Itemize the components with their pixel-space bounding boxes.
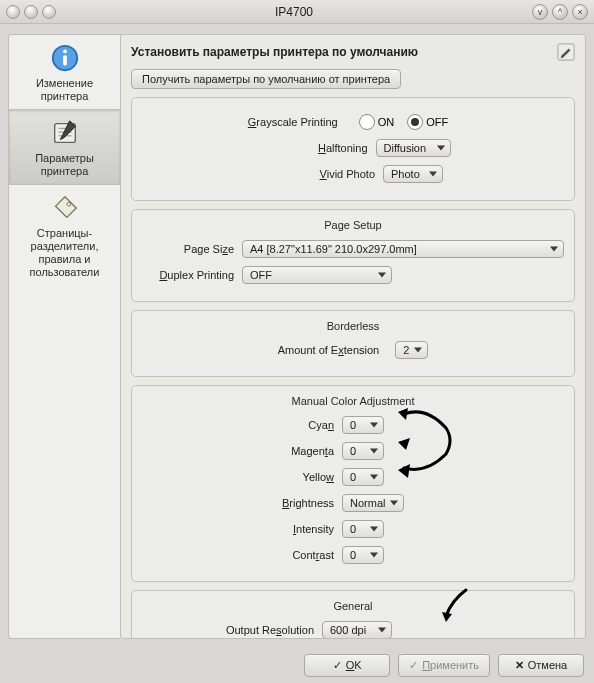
cyan-select[interactable]: 0 <box>342 416 384 434</box>
section-general: General Output Resolution600 dpi Color M… <box>131 590 575 639</box>
section-borderless: Borderless Amount of Extension 2 <box>131 310 575 377</box>
grayscale-on-radio[interactable] <box>359 114 375 130</box>
titlebar-button-1[interactable] <box>6 5 20 19</box>
sidebar: Изменение принтера Параметры принтера Ст… <box>8 34 120 639</box>
cancel-icon: ✕ <box>515 659 524 672</box>
page-title: Установить параметры принтера по умолчан… <box>131 45 418 59</box>
dialog-button-bar: ✓OOKK ✓ППрименитьрименить ✕Отмена <box>0 647 594 683</box>
svg-point-1 <box>63 50 67 54</box>
ok-button[interactable]: ✓OOKK <box>304 654 390 677</box>
borderless-title: Borderless <box>142 320 564 332</box>
page-setup-title: Page Setup <box>142 219 564 231</box>
halftoning-label: Halftoning <box>256 142 376 154</box>
window-title: IP4700 <box>275 5 313 19</box>
info-icon <box>50 43 80 73</box>
close-icon[interactable]: × <box>572 4 588 20</box>
maximize-icon[interactable]: ^ <box>552 4 568 20</box>
brightness-select[interactable]: Normal <box>342 494 404 512</box>
duplex-label: Duplex Printing <box>142 269 242 281</box>
titlebar-button-2[interactable] <box>24 5 38 19</box>
sidebar-label-1: Параметры принтера <box>11 152 118 178</box>
notepad-icon <box>50 118 80 148</box>
cancel-button[interactable]: ✕Отмена <box>498 654 584 677</box>
yellow-select[interactable]: 0 <box>342 468 384 486</box>
tag-icon <box>50 193 80 223</box>
titlebar-button-3[interactable] <box>42 5 56 19</box>
intensity-select[interactable]: 0 <box>342 520 384 538</box>
sidebar-label-2: Страницы-разделители, правила и пользова… <box>11 227 118 279</box>
contrast-label: Contrast <box>142 549 342 561</box>
output-resolution-label: Output Resolution <box>142 624 322 636</box>
amount-extension-select[interactable]: 2 <box>395 341 428 359</box>
vivid-photo-select[interactable]: Photo <box>383 165 443 183</box>
halftoning-select[interactable]: Diffusion <box>376 139 451 157</box>
page-size-label: Page Size <box>142 243 242 255</box>
section-manual-color: Manual Color Adjustment Cyan0 Magenta0 Y… <box>131 385 575 582</box>
intensity-label: Intensity <box>142 523 342 535</box>
section-page-setup: Page Setup Page Size A4 [8.27"x11.69" 21… <box>131 209 575 302</box>
main-area: Изменение принтера Параметры принтера Ст… <box>0 24 594 647</box>
grayscale-on-label: ON <box>378 116 395 128</box>
duplex-select[interactable]: OFF <box>242 266 392 284</box>
brightness-label: Brightness <box>142 497 342 509</box>
output-resolution-select[interactable]: 600 dpi <box>322 621 392 639</box>
section-print-basic: GGrayscale Printingrayscale Printing ON … <box>131 97 575 201</box>
get-defaults-button[interactable]: Получить параметры по умолчанию от принт… <box>131 69 401 89</box>
content-panel: Установить параметры принтера по умолчан… <box>120 34 586 639</box>
magenta-label: Magenta <box>142 445 342 457</box>
edit-icon[interactable] <box>557 43 575 61</box>
sidebar-item-change-printer[interactable]: Изменение принтера <box>9 35 120 110</box>
sidebar-item-separators[interactable]: Страницы-разделители, правила и пользова… <box>9 185 120 285</box>
amount-extension-label: Amount of Extension <box>278 344 388 356</box>
check-icon: ✓ <box>333 659 342 672</box>
grayscale-off-label: OFF <box>426 116 448 128</box>
general-title: General <box>142 600 564 612</box>
manual-color-title: Manual Color Adjustment <box>142 395 564 407</box>
page-size-select[interactable]: A4 [8.27"x11.69" 210.0x297.0mm] <box>242 240 564 258</box>
yellow-label: Yellow <box>142 471 342 483</box>
grayscale-off-radio[interactable] <box>407 114 423 130</box>
grayscale-label: GGrayscale Printingrayscale Printing <box>248 116 346 128</box>
apply-button[interactable]: ✓ППрименитьрименить <box>398 654 490 677</box>
magenta-select[interactable]: 0 <box>342 442 384 460</box>
sidebar-label-0: Изменение принтера <box>11 77 118 103</box>
apply-icon: ✓ <box>409 659 418 672</box>
contrast-select[interactable]: 0 <box>342 546 384 564</box>
vivid-photo-label: Vivid Photo <box>263 168 383 180</box>
cyan-label: Cyan <box>142 419 342 431</box>
sidebar-item-printer-params[interactable]: Параметры принтера <box>9 110 120 185</box>
minimize-icon[interactable]: v <box>532 4 548 20</box>
svg-rect-2 <box>63 55 67 65</box>
cancel-label: Отмена <box>528 659 567 671</box>
titlebar: IP4700 v ^ × <box>0 0 594 24</box>
